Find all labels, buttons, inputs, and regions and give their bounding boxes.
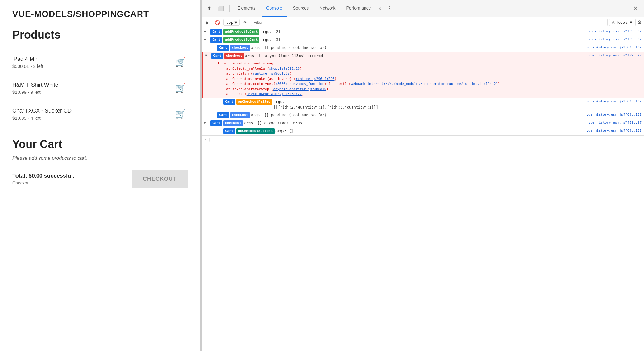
console-source-5[interactable]: vue-history.esm.js?f69b:102 <box>586 99 642 104</box>
cart-footer: Total: $0.00 successful. Checkout CHECKO… <box>12 170 188 188</box>
product-price-2: $19.99 - 4 left <box>12 115 72 121</box>
badge-cart-7: Cart <box>210 120 222 126</box>
console-output: ▶ Cart addProductToCart args: [2] vue-hi… <box>202 28 644 351</box>
badge-method-1: addProductToCart <box>223 29 260 35</box>
devtools-options-btn[interactable]: ⋮ <box>385 4 394 13</box>
badge-method-3: checkout <box>230 45 250 51</box>
badge-cart-4: Cart <box>211 53 223 59</box>
expand-arrow-7[interactable]: ▶ <box>204 120 209 126</box>
console-cursor[interactable]: | <box>208 137 211 142</box>
console-line-5: Cart onCheckoutFailed args: [[{"id":2,"q… <box>202 98 644 111</box>
console-source-2[interactable]: vue-history.esm.js?f69b:97 <box>588 37 642 42</box>
app-title: VUE-MODELS/SHOPPINGCART <box>12 9 188 19</box>
product-price-1: $10.99 - 9 left <box>12 89 58 95</box>
filter-input[interactable] <box>251 19 608 26</box>
link-runtime-1[interactable]: runtime.js?96cf:62 <box>253 72 290 76</box>
badge-cart-8: Cart <box>223 128 235 134</box>
product-price-0: $500.01 - 2 left <box>12 64 43 69</box>
add-to-cart-button-0[interactable]: 🛒 <box>174 56 188 69</box>
product-item-0: iPad 4 Mini $500.01 - 2 left 🛒 <box>12 49 188 75</box>
settings-icon-btn[interactable]: ⚙ <box>637 19 642 25</box>
more-tabs-button[interactable]: » <box>377 4 383 13</box>
cart-section: Your Cart Please add some products to ca… <box>12 138 188 188</box>
console-text-8: args: [] <box>275 128 586 134</box>
console-error-detail-text: Error: Something went wrong at Object._c… <box>218 61 642 97</box>
cart-total-text: Total: $0.00 successful. <box>12 173 74 179</box>
add-to-cart-button-2[interactable]: 🛒 <box>174 107 188 121</box>
badge-method-8: onCheckoutSuccess <box>236 128 275 134</box>
expand-arrow-2[interactable]: ▶ <box>204 37 209 42</box>
checkout-button[interactable]: CHECKOUT <box>132 170 188 188</box>
link-async2[interactable]: asyncToGenerator.js?3b8d:27 <box>247 92 302 96</box>
console-source-3[interactable]: vue-history.esm.js?f69b:102 <box>586 45 642 50</box>
console-source-8[interactable]: vue-history.esm.js?f69b:102 <box>586 128 642 134</box>
badge-cart-2: Cart <box>210 37 222 43</box>
cart-heading: Your Cart <box>12 138 188 151</box>
tab-sources[interactable]: Sources <box>288 0 313 17</box>
console-block-btn[interactable]: 🚫 <box>213 19 222 26</box>
console-text-4: args: [] async (took 113ms) errored <box>245 53 588 59</box>
console-text-7: args: [] async (took 103ms) <box>244 120 588 126</box>
toolbar-separator-1 <box>229 5 230 12</box>
expand-arrow-1[interactable]: ▶ <box>204 29 209 34</box>
console-line-error-detail: Error: Something went wrong at Object._c… <box>202 60 644 98</box>
context-selector[interactable]: top ▼ <box>223 19 240 26</box>
product-item-1: H&M T-Shirt White $10.99 - 9 left 🛒 <box>12 75 188 101</box>
products-heading: Products <box>12 28 188 41</box>
link-async1[interactable]: asyncToGenerator.js?3b8d:5 <box>273 87 326 91</box>
badge-method-4: checkout <box>224 53 244 59</box>
console-source-1[interactable]: vue-history.esm.js?f69b:97 <box>588 29 642 34</box>
tab-elements[interactable]: Elements <box>233 0 260 17</box>
expand-arrow-4[interactable]: ▼ <box>205 53 210 58</box>
badge-cart-5: Cart <box>223 99 235 105</box>
context-value: top <box>226 20 233 25</box>
console-text-2: args: [3] <box>260 37 588 43</box>
device-icon-btn[interactable]: ⬜ <box>215 4 226 13</box>
console-text-5: args: [[{"id":2,"quantity":1},{"id":3,"q… <box>273 99 586 110</box>
product-info-0: iPad 4 Mini $500.01 - 2 left <box>12 56 43 69</box>
console-text-6: args: [] pending (took 0ms so far) <box>251 112 586 118</box>
console-line-1: ▶ Cart addProductToCart args: [2] vue-hi… <box>202 28 644 36</box>
console-line-8: Cart onCheckoutSuccess args: [] vue-hist… <box>202 127 644 135</box>
console-text-1: args: [2] <box>260 29 588 35</box>
console-line-2: ▶ Cart addProductToCart args: [3] vue-hi… <box>202 36 644 44</box>
badge-method-5: onCheckoutFailed <box>236 99 273 105</box>
eye-icon-btn[interactable]: 👁 <box>241 19 249 26</box>
badge-cart-6: Cart <box>217 112 229 118</box>
badge-method-6: checkout <box>230 112 250 118</box>
link-shop-js[interactable]: shop.js?e692:20 <box>269 67 300 71</box>
context-dropdown-icon: ▼ <box>234 20 237 25</box>
levels-label: All levels <box>612 20 628 25</box>
product-name-0: iPad 4 Mini <box>12 56 43 62</box>
badge-method-7: checkout <box>223 120 243 126</box>
devtools-panel: ⬆ ⬜ Elements Console Sources Network Per… <box>202 0 644 351</box>
link-runtime-2[interactable]: runtime.js?96cf:296 <box>296 77 335 81</box>
tab-network[interactable]: Network <box>315 0 340 17</box>
badge-cart-1: Cart <box>210 29 222 35</box>
devtools-close-btn[interactable]: ✕ <box>630 3 641 13</box>
console-run-btn[interactable]: ▶ <box>204 19 211 26</box>
levels-dropdown-arrow-icon: ▼ <box>629 20 633 25</box>
devtools-toolbar: ⬆ ⬜ Elements Console Sources Network Per… <box>202 0 644 17</box>
console-sub-toolbar: ▶ 🚫 top ▼ 👁 All levels ▼ ⚙ <box>202 17 644 28</box>
tab-performance[interactable]: Performance <box>341 0 375 17</box>
tab-console[interactable]: Console <box>262 0 287 17</box>
cart-total-area: Total: $0.00 successful. Checkout <box>12 173 74 185</box>
levels-dropdown-btn[interactable]: All levels ▼ <box>609 19 636 26</box>
console-source-6[interactable]: vue-history.esm.js?f69b:102 <box>586 112 642 118</box>
products-section: Products iPad 4 Mini $500.01 - 2 left 🛒 … <box>12 28 188 127</box>
console-source-4[interactable]: vue-history.esm.js?f69b:97 <box>588 53 642 58</box>
product-item-2: Charli XCX - Sucker CD $19.99 - 4 left 🛒 <box>12 101 188 127</box>
product-info-2: Charli XCX - Sucker CD $19.99 - 4 left <box>12 108 72 121</box>
product-info-1: H&M T-Shirt White $10.99 - 9 left <box>12 82 58 95</box>
product-name-2: Charli XCX - Sucker CD <box>12 108 72 114</box>
console-line-6: Cart checkout args: [] pending (took 0ms… <box>202 111 644 119</box>
cursor-icon-btn[interactable]: ⬆ <box>205 4 214 13</box>
console-source-7[interactable]: vue-history.esm.js?f69b:97 <box>588 120 642 126</box>
console-line-7: ▶ Cart checkout args: [] async (took 103… <box>202 119 644 127</box>
badge-method-2: addProductToCart <box>223 37 260 43</box>
link-webpack[interactable]: webpack-internal:///./node_modules/regen… <box>351 82 498 86</box>
add-to-cart-button-1[interactable]: 🛒 <box>174 81 188 95</box>
link-anon[interactable]: :8080/anonymous_function <box>275 82 324 86</box>
console-input-line: › | <box>202 135 644 143</box>
